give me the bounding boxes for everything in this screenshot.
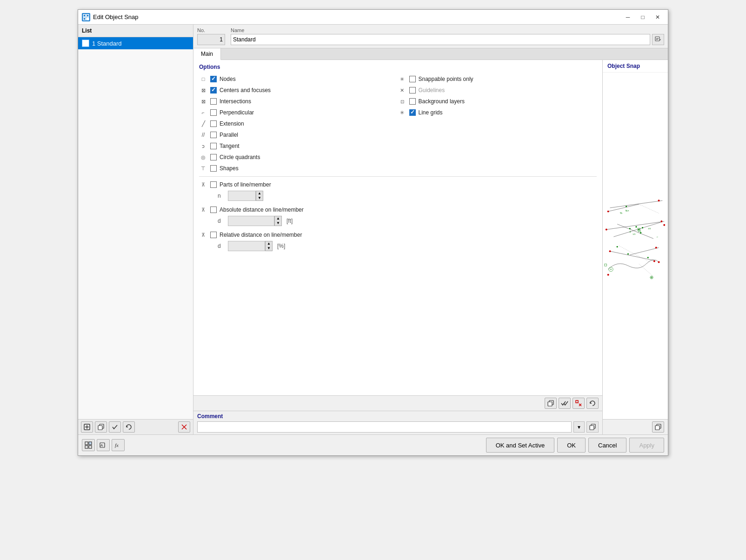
snap-icon-button[interactable]: A <box>97 439 110 451</box>
close-button[interactable]: ✕ <box>651 12 664 22</box>
intersections-checkbox[interactable] <box>210 98 217 105</box>
parts-down-btn[interactable]: ▼ <box>256 196 263 200</box>
abs-d-input[interactable] <box>228 216 274 226</box>
sidebar-empty <box>78 49 193 419</box>
centers-checkbox[interactable] <box>210 87 217 93</box>
bg-layers-checkbox[interactable] <box>409 98 416 105</box>
comment-dropdown-button[interactable]: ▼ <box>573 421 585 433</box>
svg-point-53 <box>609 250 611 252</box>
svg-point-58 <box>658 261 660 263</box>
option-abs-dist: ⊼ Absolute distance on line/member <box>193 205 602 215</box>
shapes-checkbox[interactable] <box>210 165 217 172</box>
add-item-button[interactable] <box>81 421 93 433</box>
svg-rect-0 <box>83 14 86 17</box>
comment-copy-button[interactable] <box>586 421 599 433</box>
rel-down-btn[interactable]: ▼ <box>266 246 272 251</box>
tabs-row: Main <box>193 48 668 60</box>
no-input[interactable] <box>197 34 225 45</box>
sidebar-item-standard[interactable]: 1 Standard <box>78 37 193 49</box>
tangent-label: Tangent <box>220 143 240 149</box>
snappable-icon: ✳ <box>398 75 406 83</box>
circle-checkbox[interactable] <box>210 154 217 160</box>
abs-down-btn[interactable]: ▼ <box>275 221 281 226</box>
svg-point-54 <box>655 247 657 248</box>
reset-item-button[interactable] <box>123 421 135 433</box>
svg-point-43 <box>660 220 662 222</box>
comment-label: Comment <box>197 413 599 420</box>
svg-text:%×: %× <box>626 209 629 212</box>
rel-dist-checkbox[interactable] <box>210 232 217 238</box>
copy-all-button[interactable] <box>545 398 557 409</box>
svg-point-51 <box>627 253 629 254</box>
calc-icon-button[interactable]: fx <box>112 439 125 451</box>
svg-rect-70 <box>85 446 88 448</box>
delete-item-button[interactable] <box>178 421 190 433</box>
comment-input[interactable] <box>197 421 572 433</box>
abs-up-btn[interactable]: ▲ <box>275 216 281 221</box>
perpendicular-checkbox[interactable] <box>210 109 217 116</box>
options-header: Options <box>193 60 602 74</box>
svg-rect-69 <box>89 442 92 445</box>
option-rel-dist: ⊼ Relative distance on line/member <box>193 230 602 240</box>
line-grids-checkbox[interactable] <box>409 109 416 116</box>
sidebar-header: List <box>78 25 193 37</box>
guidelines-label: Guidelines <box>419 87 445 93</box>
parts-icon: ⊼ <box>199 180 207 189</box>
reset-options-button[interactable] <box>586 398 599 409</box>
uncheck-all-button[interactable] <box>573 398 585 409</box>
ok-set-active-button[interactable]: OK and Set Active <box>486 438 555 453</box>
option-parts: ⊼ Parts of line/member <box>193 180 602 190</box>
extension-checkbox[interactable] <box>210 120 217 127</box>
copy-item-button[interactable] <box>95 421 107 433</box>
svg-point-42 <box>606 229 607 231</box>
abs-d-label: d <box>218 218 225 224</box>
snappable-checkbox[interactable] <box>409 76 416 82</box>
name-group: Name <box>231 27 664 45</box>
tangent-checkbox[interactable] <box>210 143 217 149</box>
shapes-label: Shapes <box>220 165 239 172</box>
option-circle-quadrants: ◎ Circle quadrants <box>199 152 398 162</box>
parallel-checkbox[interactable] <box>210 132 217 138</box>
svg-rect-68 <box>85 442 88 445</box>
apply-button[interactable]: Apply <box>629 438 664 453</box>
abs-dist-checkbox[interactable] <box>210 207 217 213</box>
svg-text:A: A <box>100 443 103 447</box>
no-group: No. <box>197 27 225 45</box>
parts-up-btn[interactable]: ▲ <box>256 191 263 196</box>
bottom-bar: A fx OK and Set Active OK Cancel Apply <box>78 434 668 455</box>
svg-rect-1 <box>87 14 89 17</box>
parts-n-label: n <box>218 193 225 199</box>
parts-n-input[interactable] <box>228 191 256 201</box>
bg-layers-label: Background layers <box>419 98 465 105</box>
verify-button[interactable] <box>109 421 121 433</box>
snap-preview: % %× <box>603 73 668 419</box>
abs-dist-icon: ⊼ <box>199 206 207 214</box>
item-color-swatch <box>82 40 89 47</box>
check-all-button[interactable] <box>559 398 571 409</box>
window-title: Edit Object Snap <box>93 13 139 20</box>
rel-unit: [%] <box>277 243 285 249</box>
rel-d-input[interactable] <box>228 241 265 251</box>
name-input[interactable] <box>231 34 650 45</box>
minimize-button[interactable]: ─ <box>621 12 634 22</box>
parts-checkbox[interactable] <box>210 181 217 188</box>
nodes-checkbox[interactable] <box>210 76 217 82</box>
extension-label: Extension <box>220 120 244 127</box>
maximize-button[interactable]: □ <box>636 12 649 22</box>
cancel-button[interactable]: Cancel <box>588 438 626 453</box>
tangent-icon: ↄ <box>199 142 207 150</box>
ok-button[interactable]: OK <box>557 438 586 453</box>
rel-dist-icon: ⊼ <box>199 231 207 239</box>
centers-icon: ⊠ <box>199 86 207 94</box>
guidelines-checkbox[interactable] <box>409 87 416 93</box>
snap-copy-button[interactable] <box>652 421 664 433</box>
grid-icon-button[interactable] <box>82 439 95 451</box>
svg-point-35 <box>638 229 639 230</box>
parts-spinner-btns: ▲ ▼ <box>256 191 263 201</box>
main-area: No. Name <box>193 25 668 434</box>
edit-name-button[interactable] <box>652 34 664 45</box>
tab-main[interactable]: Main <box>193 48 221 60</box>
options-left-col: □ Nodes ⊠ Centers and focuses <box>199 74 398 173</box>
rel-up-btn[interactable]: ▲ <box>266 241 272 246</box>
svg-text:1/3: 1/3 <box>633 233 636 235</box>
